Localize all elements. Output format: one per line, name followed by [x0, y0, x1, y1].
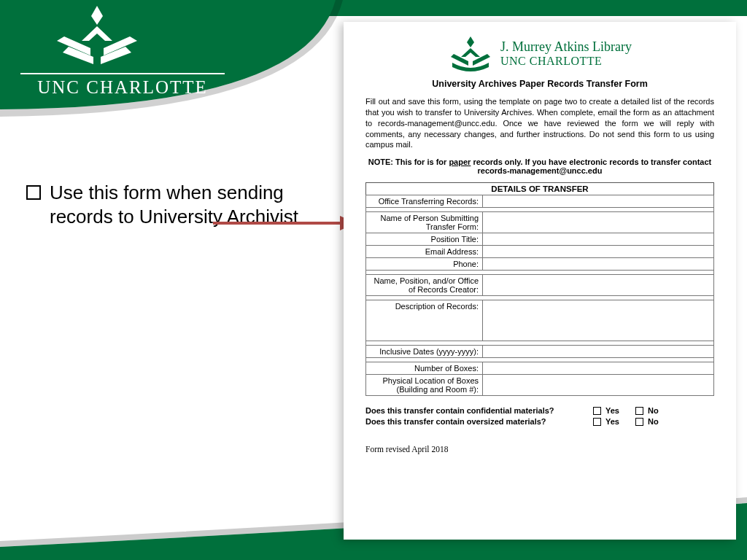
field-creator-input[interactable] — [483, 275, 714, 296]
brand-name: UNC CHARLOTTE — [20, 73, 225, 98]
field-description-label: Description of Records: — [366, 300, 483, 341]
field-office-input[interactable] — [483, 195, 714, 208]
field-creator-label: Name, Position, and/or Office of Records… — [366, 275, 483, 296]
yes-label: Yes — [605, 406, 619, 415]
question-2-text: Does this transfer contain oversized mat… — [365, 417, 577, 426]
field-phone-input[interactable] — [483, 258, 714, 271]
q2-yes-checkbox[interactable] — [593, 418, 601, 426]
no-label: No — [648, 406, 659, 415]
doc-intro: Fill out and save this form, using the t… — [365, 96, 714, 150]
field-dates-input[interactable] — [483, 346, 714, 358]
bullet-square-icon — [26, 185, 41, 200]
doc-note: NOTE: This for is for paper records only… — [365, 158, 714, 175]
form-revised-note: Form revised April 2018 — [365, 445, 714, 454]
library-name-line1: J. Murrey Atkins Library — [500, 39, 632, 55]
question-1-text: Does this transfer contain confidential … — [365, 406, 577, 415]
field-boxes-label: Number of Boxes: — [366, 362, 483, 375]
no-label-2: No — [648, 417, 659, 426]
field-dates-label: Inclusive Dates (yyyy-yyyy): — [366, 346, 483, 358]
field-location-input[interactable] — [483, 375, 714, 396]
pointer-arrow-icon — [212, 214, 357, 232]
q1-no-checkbox[interactable] — [635, 407, 643, 415]
transfer-form-table: Office Transferring Records: Name of Per… — [365, 195, 714, 396]
details-header: DETAILS OF TRANSFER — [365, 182, 714, 195]
field-name-label: Name of Person Submitting Transfer Form: — [366, 212, 483, 233]
svg-marker-1 — [82, 26, 112, 41]
doc-header: J. Murrey Atkins Library UNC CHARLOTTE — [365, 36, 714, 71]
field-description-input[interactable] — [483, 300, 714, 341]
questions-block: Does this transfer contain confidential … — [365, 406, 714, 426]
q1-yes-checkbox[interactable] — [593, 407, 601, 415]
field-name-input[interactable] — [483, 212, 714, 233]
field-position-input[interactable] — [483, 233, 714, 246]
library-crown-icon — [448, 36, 493, 71]
library-name-line2: UNC CHARLOTTE — [500, 55, 632, 68]
svg-marker-8 — [467, 36, 474, 47]
q2-no-checkbox[interactable] — [635, 418, 643, 426]
doc-title: University Archives Paper Records Transf… — [365, 79, 714, 89]
field-office-label: Office Transferring Records: — [366, 195, 483, 208]
field-email-input[interactable] — [483, 246, 714, 258]
field-phone-label: Phone: — [366, 258, 483, 271]
svg-marker-9 — [461, 48, 480, 57]
brand-logo: UNC CHARLOTTE — [20, 4, 225, 99]
transfer-form-document: J. Murrey Atkins Library UNC CHARLOTTE U… — [344, 22, 736, 540]
yes-label-2: Yes — [605, 417, 619, 426]
svg-marker-0 — [91, 6, 103, 25]
field-position-label: Position Title: — [366, 233, 483, 246]
field-email-label: Email Address: — [366, 246, 483, 258]
field-location-label: Physical Location of Boxes (Building and… — [366, 375, 483, 396]
field-boxes-input[interactable] — [483, 362, 714, 375]
